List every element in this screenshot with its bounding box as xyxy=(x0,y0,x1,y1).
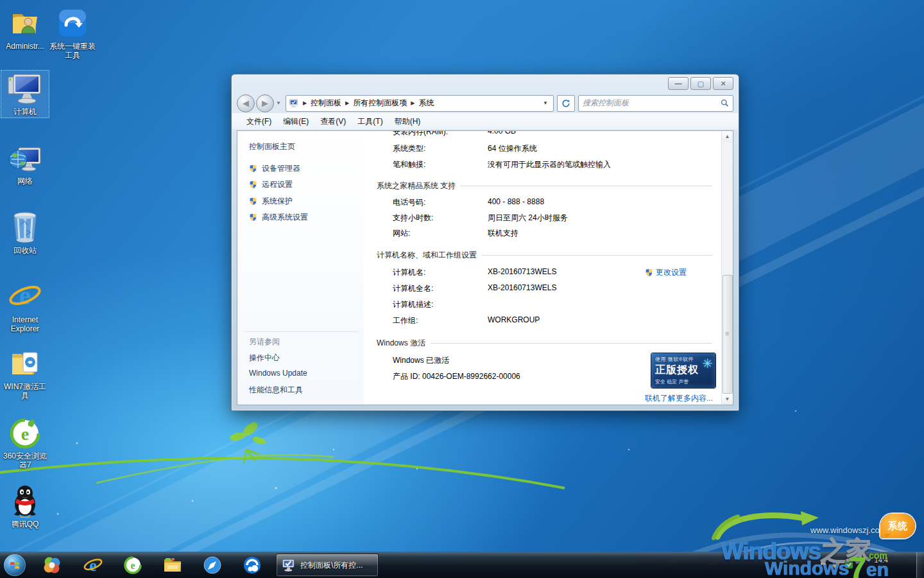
desktop-icon-360-browser[interactable]: e 360安全浏览器7 xyxy=(1,415,49,471)
desktop-icon-computer[interactable]: 计算机 xyxy=(1,71,49,118)
scrollbar-thumb[interactable] xyxy=(723,275,733,394)
360-browser-icon: e xyxy=(1,416,49,450)
address-toolbar: ◀ ▶ ▼ ▶ 控制面板 ▶ 所有控制面板项 ▶ 系统 ▼ xyxy=(232,93,739,113)
taskbar-icon-software-manager[interactable] xyxy=(38,554,65,577)
menu-file[interactable]: 文件(F) xyxy=(241,114,277,129)
row-value: 没有可用于此显示器的笔或触控输入 xyxy=(488,159,611,170)
antivirus-check-tray-icon[interactable] xyxy=(844,560,853,569)
sidebar-item-device-manager[interactable]: 设备管理器 xyxy=(249,163,300,174)
recent-pages-dropdown-icon[interactable]: ▼ xyxy=(276,100,281,106)
sidebar-item-control-panel-home[interactable]: 控制面板主页 xyxy=(249,141,295,152)
network-icon xyxy=(1,141,49,175)
sidebar-item-advanced-system-settings[interactable]: 高级系统设置 xyxy=(249,212,308,223)
sidebar-item-label: 系统保护 xyxy=(262,196,293,207)
close-button[interactable]: ✕ xyxy=(713,77,733,90)
svg-text:e: e xyxy=(19,281,31,310)
taskbar-icon-internet-explorer[interactable]: e xyxy=(80,554,107,577)
desktop-icon-label: Administr... xyxy=(1,42,49,51)
scroll-down-button[interactable]: ▼ xyxy=(722,394,733,405)
back-button[interactable]: ◀ xyxy=(237,94,255,112)
taskbar-icon-360-browser[interactable]: e xyxy=(119,554,146,577)
info-row-memory: 安装内存(RAM): 4.00 GB xyxy=(364,131,721,137)
sidebar-item-remote-settings[interactable]: 远程设置 xyxy=(249,179,293,190)
address-bar[interactable]: ▶ 控制面板 ▶ 所有控制面板项 ▶ 系统 ▼ xyxy=(286,95,554,112)
menu-help[interactable]: 帮助(H) xyxy=(389,114,427,129)
system-tray[interactable] xyxy=(819,560,853,569)
desktop-icon-win7-activation-tool[interactable]: WIN7激活工具 xyxy=(1,346,49,401)
info-row-computer-description: 计算机描述: xyxy=(364,299,721,310)
maximize-button[interactable]: ▢ xyxy=(690,77,711,90)
desktop-icon-tencent-qq[interactable]: 腾讯QQ xyxy=(1,483,49,530)
menu-view[interactable]: 查看(V) xyxy=(314,114,352,129)
desktop-icon-internet-explorer[interactable]: e Internet Explorer xyxy=(1,279,49,335)
colorful-spheres-icon xyxy=(42,556,62,575)
sidebar-item-performance-tools[interactable]: 性能信息和工具 xyxy=(249,385,303,396)
uac-shield-tray-icon[interactable] xyxy=(832,560,841,569)
taskbar-icon-file-explorer[interactable] xyxy=(159,554,186,577)
info-row-support-hours: 支持小时数: 周日至周六 24小时服务 xyxy=(364,213,721,223)
desktop-icon-network[interactable]: 网络 xyxy=(1,140,49,187)
uac-shield-icon xyxy=(249,180,257,189)
folder-with-document-icon xyxy=(1,347,49,380)
breadcrumb-arrow-icon: ▶ xyxy=(345,100,349,106)
breadcrumb-system[interactable]: 系统 xyxy=(418,98,434,109)
internet-explorer-icon: e xyxy=(83,556,103,575)
taskbar-icon-qq-browser[interactable] xyxy=(239,554,266,577)
sidebar-item-action-center[interactable]: 操作中心 xyxy=(249,353,280,363)
breadcrumb-arrow-icon: ▶ xyxy=(411,100,415,106)
change-settings-label: 更改设置 xyxy=(656,267,687,278)
minimize-button[interactable]: — xyxy=(668,77,689,90)
breadcrumb-arrow-icon: ▶ xyxy=(303,100,307,106)
online-support-link[interactable]: 联机支持 xyxy=(488,228,518,239)
section-title: Windows 激活 xyxy=(377,338,425,349)
tray-clock[interactable]: 14:4 xyxy=(875,556,888,564)
menu-edit[interactable]: 编辑(E) xyxy=(277,114,314,129)
uac-shield-icon xyxy=(249,164,257,173)
desktop-icon-label: 360安全浏览器7 xyxy=(1,451,49,469)
learn-more-online-link[interactable]: 联机了解更多内容... xyxy=(645,393,713,404)
sidebar-item-system-protection[interactable]: 系统保护 xyxy=(249,196,293,207)
system-page-icon xyxy=(289,99,299,108)
start-button[interactable] xyxy=(4,554,26,576)
desktop-icon-system-reinstall-tool[interactable]: 系统一键重装工具 xyxy=(49,5,96,61)
windows-flag-icon xyxy=(9,559,21,571)
info-row-full-computer-name: 计算机全名: XB-20160713WELS xyxy=(364,283,721,293)
row-label: 笔和触摸: xyxy=(393,159,425,170)
learn-more-row: 联机了解更多内容... xyxy=(364,393,721,403)
search-input[interactable]: 搜索控制面板 xyxy=(578,95,733,112)
desktop-icon-administrator[interactable]: Administr... xyxy=(1,5,49,52)
desktop-icon-label: Internet Explorer xyxy=(1,315,49,333)
info-row-website: 网站: 联机支持 xyxy=(364,228,721,238)
sidebar: 控制面板主页 设备管理器 远程设置 系统保护 xyxy=(237,131,364,405)
sidebar-item-windows-update[interactable]: Windows Update xyxy=(249,369,307,378)
qq-browser-icon xyxy=(243,556,262,575)
taskbar-icon-compass-browser[interactable] xyxy=(199,554,226,577)
forward-button[interactable]: ▶ xyxy=(256,94,274,112)
change-settings-link[interactable]: 更改设置 xyxy=(645,267,687,278)
system-info-pane: 安装内存(RAM): 4.00 GB 系统类型: 64 位操作系统 笔和触摸: … xyxy=(364,131,721,405)
address-dropdown-icon[interactable]: ▼ xyxy=(540,100,551,106)
breadcrumb-control-panel[interactable]: 控制面板 xyxy=(311,98,341,109)
section-windows-activation: Windows 激活 xyxy=(377,338,712,349)
breadcrumb-all-items[interactable]: 所有控制面板项 xyxy=(353,98,407,109)
computer-icon xyxy=(1,72,49,105)
active-window-label: 控制面板\所有控... xyxy=(300,560,363,571)
taskbar-active-window-control-panel[interactable]: 控制面板\所有控... xyxy=(276,554,379,577)
row-label: 计算机全名: xyxy=(393,283,433,294)
refresh-button[interactable] xyxy=(557,95,575,112)
see-also-divider xyxy=(244,331,359,332)
vertical-scrollbar[interactable]: ▲ ▼ xyxy=(721,131,733,405)
row-value: XB-20160713WELS xyxy=(488,283,556,292)
menu-tools[interactable]: 工具(T) xyxy=(352,114,388,129)
internet-explorer-icon: e xyxy=(1,280,49,313)
scroll-up-button[interactable]: ▲ xyxy=(722,131,733,142)
see-also-header: 另请参阅 xyxy=(249,337,280,347)
window-titlebar[interactable]: — ▢ ✕ xyxy=(232,74,739,93)
section-title: 计算机名称、域和工作组设置 xyxy=(377,250,477,261)
search-icon[interactable] xyxy=(721,99,729,107)
recycle-bin-icon xyxy=(1,211,49,244)
action-center-flag-icon[interactable] xyxy=(819,560,828,569)
show-desktop-button[interactable] xyxy=(916,552,924,578)
desktop-icon-recycle-bin[interactable]: 回收站 xyxy=(1,209,49,256)
uac-shield-icon xyxy=(645,268,653,277)
